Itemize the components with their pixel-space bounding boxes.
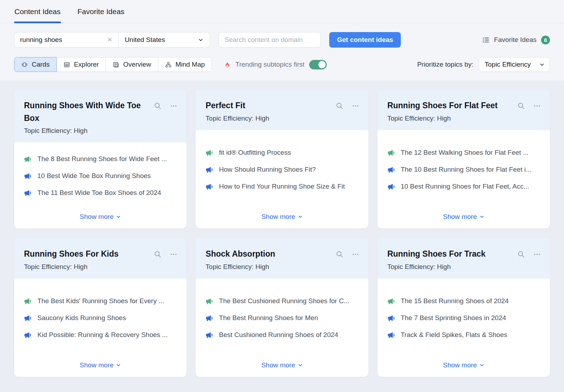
tab-content-ideas[interactable]: Content Ideas bbox=[14, 7, 61, 23]
headline-item[interactable]: fit id® Outfitting Process bbox=[206, 149, 358, 157]
show-more-button[interactable]: Show more bbox=[442, 209, 485, 223]
chevron-down-icon bbox=[479, 363, 484, 368]
view-explorer-button[interactable]: Explorer bbox=[56, 57, 106, 72]
view-cards-label: Cards bbox=[32, 61, 50, 68]
card-more-icon[interactable] bbox=[170, 251, 177, 258]
headline-text: The 12 Best Walking Shoes for Flat Feet … bbox=[401, 149, 529, 157]
card-more-icon[interactable] bbox=[170, 102, 177, 110]
favorite-ideas-label: Favorite Ideas bbox=[494, 36, 537, 44]
headline-item[interactable]: The 12 Best Walking Shoes for Flat Feet … bbox=[387, 149, 540, 157]
headline-text: The 11 Best Wide Toe Box Shoes of 2024 bbox=[37, 189, 161, 197]
topic-card: Running Shoes For Kids Topic Efficiency:… bbox=[14, 238, 186, 377]
headline-item[interactable]: The 15 Best Running Shoes of 2024 bbox=[387, 297, 540, 305]
card-more-icon[interactable] bbox=[533, 251, 541, 258]
topic-card: Running Shoes With Wide Toe Box Topic Ef… bbox=[14, 90, 186, 228]
list-icon bbox=[482, 36, 490, 44]
headline-item[interactable]: 10 Best Running Shoes for Flat Feet, Acc… bbox=[387, 183, 540, 190]
show-more-button[interactable]: Show more bbox=[79, 209, 122, 223]
megaphone-icon bbox=[206, 314, 213, 322]
megaphone-icon bbox=[387, 314, 395, 322]
tab-favorite-ideas[interactable]: Favorite Ideas bbox=[77, 7, 125, 23]
card-more-icon[interactable] bbox=[352, 251, 359, 258]
megaphone-icon bbox=[24, 331, 31, 339]
card-search-icon[interactable] bbox=[336, 251, 343, 258]
headline-item[interactable]: The Best Kids' Running Shoes for Every .… bbox=[24, 297, 177, 305]
headline-text: How Should Running Shoes Fit? bbox=[219, 166, 316, 173]
topic-efficiency: Topic Efficiency: High bbox=[206, 115, 332, 122]
headline-item[interactable]: The 10 Best Running Shoes for Flat Feet … bbox=[387, 166, 540, 173]
trending-subtopics-toggle[interactable] bbox=[309, 60, 327, 69]
megaphone-icon bbox=[206, 166, 213, 173]
headline-item[interactable]: Saucony Kids Running Shoes bbox=[24, 314, 177, 322]
headline-item[interactable]: 10 Best Wide Toe Box Running Shoes bbox=[24, 172, 177, 180]
show-more-label: Show more bbox=[443, 213, 477, 221]
headline-item[interactable]: Best Cushioned Running Shoes of 2024 bbox=[206, 331, 358, 339]
headline-item[interactable]: How Should Running Shoes Fit? bbox=[206, 166, 358, 173]
card-search-icon[interactable] bbox=[517, 251, 525, 258]
headline-text: 10 Best Wide Toe Box Running Shoes bbox=[37, 172, 151, 180]
keyword-input[interactable] bbox=[20, 36, 106, 44]
headline-text: fit id® Outfitting Process bbox=[219, 149, 291, 157]
get-content-ideas-button[interactable]: Get content ideas bbox=[329, 32, 401, 48]
top-tab-bar: Content Ideas Favorite Ideas bbox=[0, 0, 564, 23]
prioritize-select-value: Topic Efficiency bbox=[485, 61, 531, 68]
megaphone-icon bbox=[24, 314, 31, 322]
show-more-button[interactable]: Show more bbox=[442, 358, 485, 372]
clear-keyword-icon[interactable]: ✕ bbox=[106, 36, 113, 44]
headline-text: The 8 Best Running Shoes for Wide Feet .… bbox=[37, 155, 167, 163]
trending-subtopics-control: Trending subtopics first bbox=[224, 60, 327, 69]
headline-text: The 10 Best Running Shoes for Flat Feet … bbox=[401, 166, 532, 173]
headline-text: 10 Best Running Shoes for Flat Feet, Acc… bbox=[401, 183, 529, 190]
card-search-icon[interactable] bbox=[154, 251, 161, 258]
favorite-ideas-link[interactable]: Favorite Ideas 8 bbox=[482, 36, 550, 44]
headline-text: The 7 Best Sprinting Shoes in 2024 bbox=[401, 314, 506, 322]
card-search-icon[interactable] bbox=[517, 102, 525, 110]
view-switcher: Cards Explorer Overview Mind Map bbox=[14, 57, 212, 72]
show-more-label: Show more bbox=[80, 361, 114, 369]
show-more-button[interactable]: Show more bbox=[260, 358, 303, 372]
headline-item[interactable]: The 7 Best Sprinting Shoes in 2024 bbox=[387, 314, 540, 322]
controls-section: ✕ United States Get content ideas Favori… bbox=[0, 23, 564, 80]
megaphone-icon bbox=[24, 172, 31, 180]
topic-efficiency: Topic Efficiency: High bbox=[206, 263, 332, 271]
card-more-icon[interactable] bbox=[352, 102, 359, 110]
card-search-icon[interactable] bbox=[336, 102, 343, 110]
megaphone-icon bbox=[206, 298, 213, 305]
headline-item[interactable]: The Best Running Shoes for Men bbox=[206, 314, 358, 322]
sitemap-icon bbox=[165, 61, 172, 68]
show-more-label: Show more bbox=[443, 361, 477, 369]
headline-item[interactable]: Track & Field Spikes, Flats & Shoes bbox=[387, 331, 540, 339]
view-cards-button[interactable]: Cards bbox=[14, 57, 57, 72]
card-title: Running Shoes For Track bbox=[387, 248, 514, 261]
headline-text: Track & Field Spikes, Flats & Shoes bbox=[401, 331, 507, 339]
document-icon bbox=[112, 61, 119, 68]
card-search-icon[interactable] bbox=[154, 102, 161, 110]
view-overview-button[interactable]: Overview bbox=[105, 57, 158, 72]
show-more-button[interactable]: Show more bbox=[260, 209, 303, 223]
headline-item[interactable]: The Best Cushioned Running Shoes for C..… bbox=[206, 297, 358, 305]
prioritize-select[interactable]: Topic Efficiency bbox=[479, 57, 550, 72]
headline-item[interactable]: How to Find Your Running Shoe Size & Fit bbox=[206, 183, 358, 190]
megaphone-icon bbox=[24, 155, 31, 163]
headline-item[interactable]: The 8 Best Running Shoes for Wide Feet .… bbox=[24, 155, 177, 163]
headline-text: How to Find Your Running Shoe Size & Fit bbox=[219, 183, 345, 190]
trending-subtopics-label: Trending subtopics first bbox=[235, 61, 305, 68]
headline-item[interactable]: Kid Possible: Running & Recovery Shoes .… bbox=[24, 331, 177, 339]
show-more-button[interactable]: Show more bbox=[79, 358, 122, 372]
headline-item[interactable]: The 11 Best Wide Toe Box Shoes of 2024 bbox=[24, 189, 177, 197]
show-more-label: Show more bbox=[261, 361, 295, 369]
chevron-down-icon bbox=[298, 363, 303, 368]
topic-cards-grid: Running Shoes With Wide Toe Box Topic Ef… bbox=[0, 80, 564, 377]
domain-search-input[interactable] bbox=[219, 32, 321, 48]
megaphone-icon bbox=[387, 298, 395, 305]
table-icon bbox=[63, 61, 70, 68]
megaphone-icon bbox=[387, 331, 395, 339]
card-more-icon[interactable] bbox=[533, 102, 541, 110]
country-select[interactable]: United States bbox=[118, 32, 210, 47]
megaphone-icon bbox=[387, 166, 395, 173]
view-mindmap-button[interactable]: Mind Map bbox=[158, 57, 212, 72]
card-title: Running Shoes With Wide Toe Box bbox=[24, 99, 151, 124]
megaphone-icon bbox=[387, 183, 395, 190]
megaphone-icon bbox=[387, 149, 395, 157]
flame-icon bbox=[224, 61, 231, 68]
